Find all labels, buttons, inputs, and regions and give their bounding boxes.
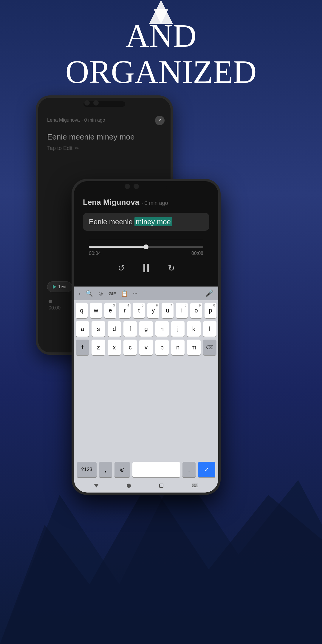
kb-search-icon[interactable]: 🔍: [86, 290, 93, 297]
kb-emoji-icon[interactable]: ☺: [98, 290, 104, 297]
progress-dot: [49, 300, 52, 303]
key-comma[interactable]: ,: [99, 462, 112, 477]
phone-front: Lena Migunova · 0 min ago Eenie meenie m…: [72, 179, 221, 495]
key-p[interactable]: p0: [205, 303, 216, 318]
key-z[interactable]: z: [92, 340, 105, 355]
key-a[interactable]: a: [76, 321, 89, 337]
key-c[interactable]: c: [123, 340, 137, 355]
key-i[interactable]: i8: [176, 303, 188, 318]
key-row-2: a s d f g h j k l: [76, 321, 216, 337]
front-message-box: Eenie meenie miney moe: [83, 213, 209, 231]
key-l[interactable]: l: [203, 321, 216, 337]
progress-handle[interactable]: [144, 244, 148, 249]
keyboard-toolbar: ‹ 🔍 ☺ GIF 📋 ··· 🎤: [74, 287, 218, 300]
audio-divider: [89, 240, 203, 240]
kb-toolbar-right: 🎤: [205, 290, 213, 297]
key-d[interactable]: d: [108, 321, 121, 337]
key-row-1: q w e3 r4 t5 y6 u7 i8 o9 p0: [76, 303, 216, 318]
front-top-content: Lena Migunova · 0 min ago Eenie meenie m…: [74, 181, 218, 287]
keyboard-bottom-row: ?123 , ☺ . ✓: [74, 460, 218, 480]
forward-button[interactable]: ↻: [165, 261, 178, 275]
pause-button[interactable]: [140, 261, 153, 275]
headline-organized: ORGANIZED: [0, 54, 322, 90]
nav-home-icon[interactable]: [127, 484, 131, 488]
key-m[interactable]: m: [187, 340, 200, 355]
key-r[interactable]: r4: [119, 303, 131, 318]
key-x[interactable]: x: [108, 340, 121, 355]
keyboard-area: ‹ 🔍 ☺ GIF 📋 ··· 🎤 q w e3 r4: [74, 287, 218, 493]
play-icon: [53, 285, 56, 289]
headline-section: AND ORGANIZED: [0, 18, 322, 90]
back-time: 00:00: [49, 305, 61, 311]
phone-front-cam-left: [125, 184, 130, 189]
key-g[interactable]: g: [139, 321, 153, 337]
svg-marker-1: [0, 480, 322, 644]
back-tap-edit[interactable]: Tap to Edit ✏: [47, 145, 162, 151]
front-message-text: Eenie meenie miney moe: [89, 217, 172, 226]
key-period[interactable]: .: [182, 462, 196, 477]
back-user-name: Lena Migunova · 0 min ago: [47, 116, 162, 123]
message-highlight: miney moe: [134, 217, 172, 226]
keyboard-rows: q w e3 r4 t5 y6 u7 i8 o9 p0 a s d f: [74, 300, 218, 460]
time-row: 00:04 00:08: [89, 251, 203, 256]
time-current: 00:04: [89, 251, 101, 256]
key-q[interactable]: q: [76, 303, 88, 318]
key-backspace[interactable]: ⌫: [203, 340, 216, 355]
phone-back-camera-left: [84, 100, 90, 106]
key-space[interactable]: [132, 462, 180, 477]
key-confirm[interactable]: ✓: [198, 462, 215, 477]
key-f[interactable]: f: [123, 321, 137, 337]
kb-gif-button[interactable]: GIF: [109, 291, 116, 296]
phone-front-screen: Lena Migunova · 0 min ago Eenie meenie m…: [74, 181, 218, 493]
progress-fill: [89, 246, 146, 248]
key-k[interactable]: k: [187, 321, 200, 337]
key-e[interactable]: e3: [104, 303, 116, 318]
nav-recents-icon[interactable]: [159, 484, 163, 488]
phone-front-cam-right: [134, 184, 139, 189]
key-v[interactable]: v: [139, 340, 153, 355]
key-u[interactable]: u7: [162, 303, 174, 318]
kb-toolbar-left: ‹ 🔍 ☺ GIF 📋 ···: [79, 290, 137, 297]
key-shift[interactable]: ⬆: [76, 340, 89, 355]
close-button[interactable]: ×: [155, 116, 165, 125]
kb-more-icon[interactable]: ···: [133, 290, 137, 297]
key-y[interactable]: y6: [147, 303, 159, 318]
edit-icon: ✏: [75, 145, 79, 151]
key-t[interactable]: t5: [133, 303, 145, 318]
phone-back-notch: [83, 101, 125, 107]
pause-bar-left: [143, 264, 145, 272]
time-total: 00:08: [191, 251, 203, 256]
phone-front-notch: [125, 185, 167, 190]
back-message: Eenie meenie miney moe: [47, 132, 162, 142]
nav-back-icon[interactable]: [94, 484, 99, 487]
key-num-symbol[interactable]: ?123: [77, 462, 97, 477]
front-time-ago: · 0 min ago: [141, 200, 168, 206]
key-w[interactable]: w: [90, 303, 102, 318]
headline-and: AND: [0, 18, 322, 54]
key-j[interactable]: j: [171, 321, 185, 337]
kb-back-icon[interactable]: ‹: [79, 290, 81, 297]
key-n[interactable]: n: [171, 340, 185, 355]
key-o[interactable]: o9: [190, 303, 202, 318]
text-button[interactable]: Text: [47, 281, 72, 292]
keyboard-nav-row: ⌨: [74, 480, 218, 493]
pause-bar-right: [147, 264, 149, 272]
kb-mic-icon[interactable]: 🎤: [205, 290, 213, 297]
key-h[interactable]: h: [155, 321, 169, 337]
key-row-3: ⬆ z x c v b n m ⌫: [76, 340, 216, 355]
key-emoji-face[interactable]: ☺: [114, 462, 130, 477]
audio-player: 00:04 00:08 ↺ ↻: [83, 240, 209, 275]
nav-keyboard-icon[interactable]: ⌨: [191, 483, 198, 488]
kb-clipboard-icon[interactable]: 📋: [121, 290, 128, 297]
phone-back-camera-right: [93, 100, 99, 106]
progress-bar[interactable]: [89, 246, 203, 248]
audio-controls: ↺ ↻: [89, 261, 203, 275]
rewind-button[interactable]: ↺: [114, 261, 128, 275]
key-b[interactable]: b: [155, 340, 169, 355]
key-s[interactable]: s: [92, 321, 105, 337]
front-user-name: Lena Migunova · 0 min ago: [83, 198, 209, 207]
